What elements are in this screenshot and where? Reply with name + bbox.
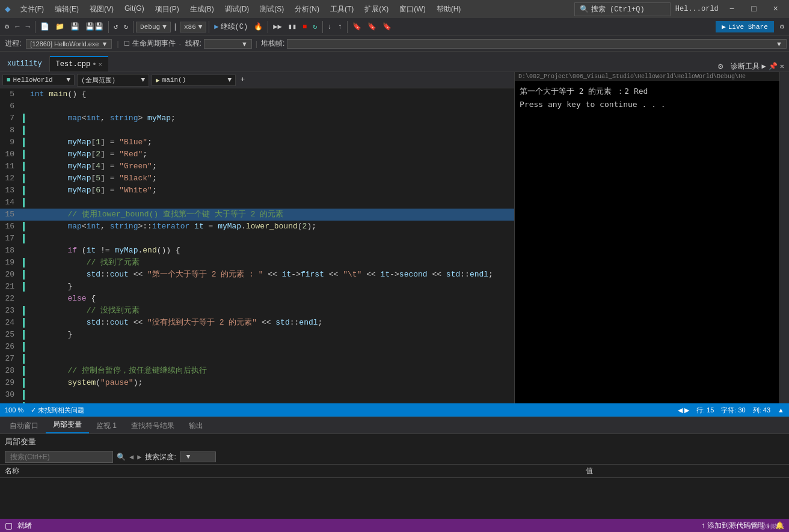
step-into-button[interactable]: ↓ bbox=[325, 22, 334, 32]
code-line-25: 25 } bbox=[0, 329, 514, 341]
vs-logo: ◆ bbox=[5, 3, 11, 15]
code-line-16: 16 map<int, string>::iterator it = myMap… bbox=[0, 221, 514, 233]
live-share-button[interactable]: ▶ Live Share bbox=[716, 21, 774, 32]
platform-dropdown[interactable]: x86 ▼ bbox=[180, 22, 206, 32]
live-share-label: Live Share bbox=[728, 23, 768, 31]
bottom-content: 局部变量 🔍 ◀ ▶ 搜索深度: ▼ 名称 值 bbox=[0, 434, 789, 519]
search-placeholder: 搜索 (Ctrl+Q) bbox=[591, 4, 645, 14]
bottom-panel: 自动窗口 局部变量 监视 1 查找符号结果 输出 局部变量 🔍 ◀ ▶ 搜索深度… bbox=[0, 417, 789, 519]
menu-tools[interactable]: 工具(T) bbox=[325, 3, 358, 16]
stop-button[interactable]: ■ bbox=[300, 22, 309, 32]
toolbar-open[interactable]: 📁 bbox=[53, 21, 67, 32]
toolbar-save-all[interactable]: 💾💾 bbox=[83, 21, 106, 32]
menu-window[interactable]: 窗口(W) bbox=[394, 3, 430, 16]
toolbar-new-file[interactable]: 📄 bbox=[38, 21, 52, 32]
settings-gear-icon[interactable]: ⚙ bbox=[778, 21, 787, 32]
menu-file[interactable]: 文件(F) bbox=[16, 3, 49, 16]
window-title: Hel...orld bbox=[675, 5, 719, 13]
code-line-7: 7 map<int, string> myMap; bbox=[0, 112, 514, 124]
toolbar-back[interactable]: ← bbox=[13, 22, 22, 32]
fire-icon[interactable]: 🔥 bbox=[251, 21, 265, 32]
code-line-20: 20 std::cout << "第一个大于等于 2 的元素 : " << it… bbox=[0, 269, 514, 281]
nav-back-icon[interactable]: ◀ bbox=[129, 453, 134, 462]
menu-debug[interactable]: 调试(D) bbox=[220, 3, 254, 16]
line-info: 行: 15 bbox=[696, 406, 714, 415]
title-bar: ◆ 文件(F) 编辑(E) 视图(V) Git(G) 项目(P) 生成(B) 调… bbox=[0, 0, 789, 18]
menu-view[interactable]: 视图(V) bbox=[85, 3, 118, 16]
toolbar-redo[interactable]: ↻ bbox=[121, 21, 130, 32]
tab-watch1[interactable]: 监视 1 bbox=[89, 418, 124, 433]
diag-settings-icon[interactable]: ⚙ bbox=[718, 61, 723, 72]
code-line-6: 6 bbox=[0, 100, 514, 112]
tab-close-icon[interactable]: ✕ bbox=[99, 61, 102, 68]
file-dropdown[interactable]: ■ HelloWorld ▼ bbox=[2, 75, 75, 85]
diag-scrollbar bbox=[779, 72, 789, 403]
status-bar-left: ▢ 就绪 bbox=[5, 521, 32, 531]
search-box[interactable]: 🔍 搜索 (Ctrl+Q) bbox=[574, 2, 671, 16]
diag-expand-icon[interactable]: ▶ bbox=[762, 62, 766, 71]
code-line-26: 26 bbox=[0, 341, 514, 353]
continue-button[interactable]: ▶ 继续(C) bbox=[212, 20, 250, 33]
depth-dropdown[interactable]: ▼ bbox=[180, 451, 216, 462]
tab-output[interactable]: 输出 bbox=[182, 418, 210, 433]
menu-help[interactable]: 帮助(H) bbox=[432, 3, 466, 16]
toolbar-forward[interactable]: → bbox=[23, 22, 32, 32]
debug-config-dropdown[interactable]: Debug ▼ bbox=[136, 22, 171, 32]
console-line2: Press any key to continue . . . bbox=[520, 98, 775, 111]
bookmark2-button[interactable]: 🔖 bbox=[365, 21, 379, 32]
tab-tools: ⚙ 诊断工具 ▶ 📌 ✕ bbox=[718, 61, 789, 72]
menu-build[interactable]: 生成(B) bbox=[185, 3, 219, 16]
nav-forward-icon[interactable]: ▶ bbox=[137, 453, 141, 462]
lifecycle-label: 生命周期事件 bbox=[132, 38, 176, 49]
chevron-down-icon5: ▼ bbox=[776, 40, 782, 47]
menu-extensions[interactable]: 扩展(X) bbox=[360, 3, 393, 16]
toolbar-save[interactable]: 💾 bbox=[68, 21, 82, 32]
bookmark3-button[interactable]: 🔖 bbox=[380, 21, 394, 32]
search-icon[interactable]: 🔍 bbox=[117, 453, 126, 462]
menu-git[interactable]: Git(G) bbox=[120, 3, 149, 16]
stack-label: 堆栈帧: bbox=[261, 38, 284, 49]
add-member-icon[interactable]: + bbox=[241, 76, 245, 84]
toolbar-settings[interactable]: ⚙ bbox=[2, 21, 11, 32]
toolbar-undo[interactable]: ↺ bbox=[111, 21, 120, 32]
main-toolbar: ⚙ ← → 📄 📁 💾 💾💾 ↺ ↻ Debug ▼ | x86 ▼ ▶ 继续(… bbox=[0, 18, 789, 36]
step-over-button[interactable]: ▶▶ bbox=[271, 21, 284, 32]
diag-close-icon[interactable]: ✕ bbox=[780, 62, 784, 71]
method-label: main() bbox=[162, 76, 186, 84]
menu-project[interactable]: 项目(P) bbox=[150, 3, 184, 16]
sep3 bbox=[133, 21, 134, 33]
tab-locals[interactable]: 局部变量 bbox=[46, 417, 89, 433]
locals-search-input[interactable] bbox=[5, 451, 113, 463]
scope-dropdown[interactable]: (全局范围) ▼ bbox=[77, 74, 149, 87]
code-line-29: 29 system("pause"); bbox=[0, 377, 514, 389]
menu-edit[interactable]: 编辑(E) bbox=[50, 3, 84, 16]
menu-test[interactable]: 测试(S) bbox=[255, 3, 289, 16]
tab-test-cpp[interactable]: Test.cpp ● ✕ bbox=[50, 56, 108, 72]
pause-button[interactable]: ▮▮ bbox=[286, 21, 299, 32]
code-line-15: 15 // 使用lower_bound() 查找第一个键 大于等于 2 的元素 bbox=[0, 209, 514, 221]
tab-auto-window[interactable]: 自动窗口 bbox=[2, 418, 46, 433]
step-out-button[interactable]: ↑ bbox=[336, 22, 345, 32]
code-line-12: 12 myMap[5] = "Black"; bbox=[0, 173, 514, 185]
menu-analyze[interactable]: 分析(N) bbox=[290, 3, 324, 16]
sep6 bbox=[268, 21, 268, 33]
code-line-21: 21 } bbox=[0, 281, 514, 293]
code-line-19: 19 // 找到了元素 bbox=[0, 257, 514, 269]
bookmark-button[interactable]: 🔖 bbox=[350, 21, 364, 32]
tab-find-symbol[interactable]: 查找符号结果 bbox=[124, 418, 182, 433]
more-info: ▲ bbox=[778, 406, 784, 414]
maximize-button[interactable]: □ bbox=[745, 3, 762, 15]
close-button[interactable]: × bbox=[767, 3, 784, 15]
process-dropdown[interactable]: [12860] HelloWorld.exe ▼ bbox=[26, 39, 112, 49]
method-dropdown[interactable]: ▶ main() ▼ bbox=[152, 75, 236, 86]
thread-dropdown[interactable]: ▼ bbox=[204, 39, 252, 49]
minimize-button[interactable]: − bbox=[723, 3, 740, 15]
diag-pin-icon[interactable]: 📌 bbox=[769, 62, 778, 71]
progress-label: 进程: bbox=[2, 38, 23, 49]
restart-button[interactable]: ↻ bbox=[310, 21, 319, 32]
status-ready: 就绪 bbox=[17, 521, 32, 531]
stack-dropdown[interactable]: ▼ bbox=[287, 39, 787, 49]
sep4: | bbox=[172, 23, 179, 31]
code-editor[interactable]: 5 int main() { 6 7 map<int bbox=[0, 88, 514, 403]
tab-xutility[interactable]: xutility bbox=[0, 56, 50, 72]
